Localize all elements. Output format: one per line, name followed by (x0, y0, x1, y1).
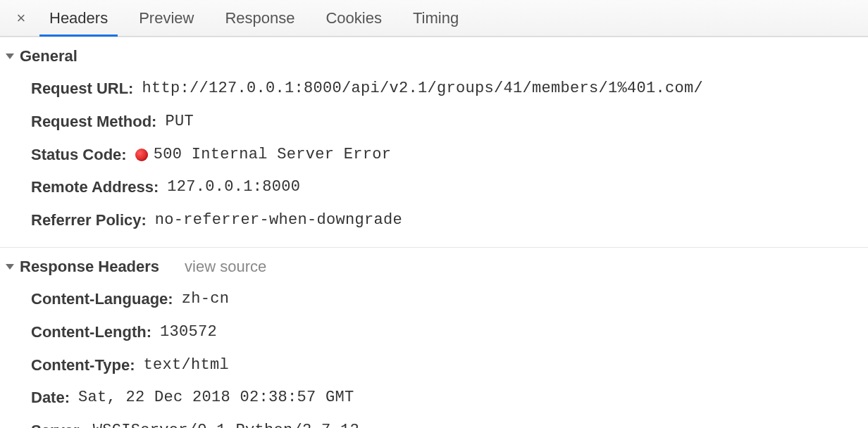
key-request-method: Request Method: (31, 111, 156, 133)
section-header-general[interactable]: General (0, 37, 868, 73)
section-header-response-headers[interactable]: Response Headers view source (0, 248, 868, 283)
status-error-icon (135, 149, 148, 161)
key-content-length: Content-Length: (31, 322, 151, 344)
key-request-url: Request URL: (31, 78, 133, 100)
key-date: Date: (31, 387, 70, 409)
key-content-type: Content-Type: (31, 355, 135, 377)
value-remote-address: 127.0.0.1:8000 (167, 177, 300, 199)
row-date: Date: Sat, 22 Dec 2018 02:38:57 GMT (31, 382, 868, 415)
general-list: Request URL: http://127.0.0.1:8000/api/v… (0, 73, 868, 247)
row-server: Server: WSGIServer/0.1 Python/2.7.12 (31, 415, 868, 428)
chevron-down-icon (6, 264, 14, 270)
key-referrer-policy: Referrer Policy: (31, 210, 147, 232)
row-remote-address: Remote Address: 127.0.0.1:8000 (31, 171, 868, 204)
tab-cookies[interactable]: Cookies (310, 0, 397, 36)
key-server: Server: (31, 420, 85, 428)
value-request-url: http://127.0.0.1:8000/api/v2.1/groups/41… (142, 78, 703, 100)
key-remote-address: Remote Address: (31, 177, 159, 199)
value-status-code: 500 Internal Server Error (154, 144, 392, 166)
row-status-code: Status Code: 500 Internal Server Error (31, 139, 868, 172)
value-server: WSGIServer/0.1 Python/2.7.12 (93, 420, 359, 428)
row-content-language: Content-Language: zh-cn (31, 283, 868, 316)
row-content-type: Content-Type: text/html (31, 349, 868, 382)
value-content-length: 130572 (160, 322, 217, 344)
response-headers-list: Content-Language: zh-cn Content-Length: … (0, 283, 868, 428)
tab-preview[interactable]: Preview (123, 0, 209, 36)
section-response-headers: Response Headers view source Content-Lan… (0, 247, 868, 428)
section-general: General Request URL: http://127.0.0.1:80… (0, 37, 868, 247)
close-icon[interactable]: × (8, 9, 34, 27)
view-source-link[interactable]: view source (185, 258, 266, 276)
tabs-bar: × Headers Preview Response Cookies Timin… (0, 0, 868, 37)
tab-response[interactable]: Response (209, 0, 310, 36)
value-content-type: text/html (143, 355, 229, 377)
section-title-response-headers: Response Headers (20, 258, 159, 276)
tab-timing[interactable]: Timing (397, 0, 474, 36)
value-content-language: zh-cn (182, 289, 230, 310)
value-date: Sat, 22 Dec 2018 02:38:57 GMT (78, 387, 354, 409)
section-title-general: General (20, 47, 78, 65)
key-status-code: Status Code: (31, 144, 127, 166)
value-referrer-policy: no-referrer-when-downgrade (155, 210, 402, 232)
key-content-language: Content-Language: (31, 289, 173, 310)
row-referrer-policy: Referrer Policy: no-referrer-when-downgr… (31, 204, 868, 237)
row-content-length: Content-Length: 130572 (31, 316, 868, 349)
row-request-url: Request URL: http://127.0.0.1:8000/api/v… (31, 73, 868, 106)
tab-headers[interactable]: Headers (34, 0, 123, 36)
value-request-method: PUT (165, 111, 194, 133)
chevron-down-icon (6, 54, 14, 59)
row-request-method: Request Method: PUT (31, 106, 868, 139)
